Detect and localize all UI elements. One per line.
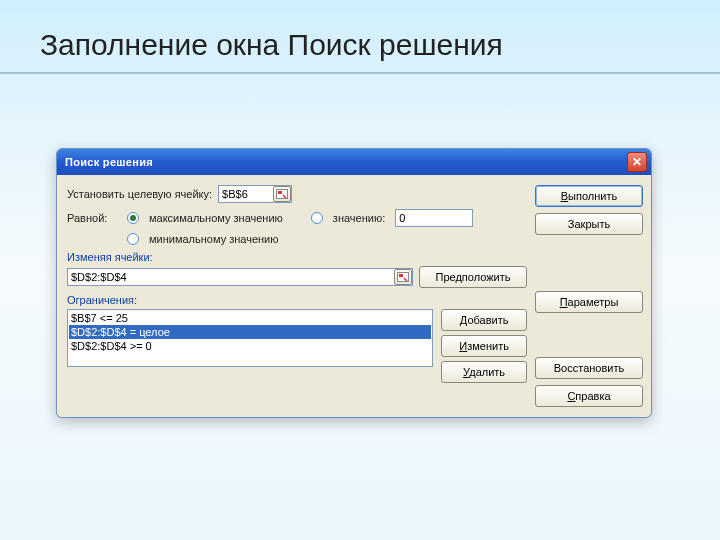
label-value: значению: [333, 212, 385, 224]
slide-title: Заполнение окна Поиск решения [40, 28, 503, 62]
changing-cells-refedit [67, 268, 413, 286]
refedit-collapse-icon[interactable] [394, 269, 412, 285]
close-button[interactable]: Закрыть [535, 213, 643, 235]
change-button[interactable]: Изменить [441, 335, 527, 357]
target-cell-refedit [218, 185, 292, 203]
add-button[interactable]: Добавить [441, 309, 527, 331]
label-target-cell: Установить целевую ячейку: [67, 188, 212, 200]
radio-max[interactable] [127, 212, 139, 224]
help-button[interactable]: Справка [535, 385, 643, 407]
label-max: максимальному значению [149, 212, 283, 224]
svg-rect-1 [278, 191, 282, 194]
refedit-collapse-icon[interactable] [273, 186, 291, 202]
svg-rect-3 [399, 274, 403, 277]
solver-window: Поиск решения ✕ Установить целевую ячейк… [56, 148, 652, 418]
radio-value[interactable] [311, 212, 323, 224]
reset-button[interactable]: Восстановить [535, 357, 643, 379]
titlebar: Поиск решения ✕ [57, 149, 651, 175]
window-title: Поиск решения [65, 156, 153, 168]
solve-button[interactable]: Выполнить [535, 185, 643, 207]
title-underline [0, 72, 720, 74]
guess-button[interactable]: Предположить [419, 266, 527, 288]
delete-button[interactable]: Удалить [441, 361, 527, 383]
label-changing-cells: Изменяя ячейки: [67, 251, 527, 263]
constraints-listbox[interactable]: $B$7 <= 25$D$2:$D$4 = целое$D$2:$D$4 >= … [67, 309, 433, 367]
radio-min[interactable] [127, 233, 139, 245]
options-button[interactable]: Параметры [535, 291, 643, 313]
label-equal-to: Равной: [67, 212, 117, 224]
window-client: Установить целевую ячейку: Равной: макси… [57, 175, 651, 417]
constraint-item[interactable]: $D$2:$D$4 >= 0 [69, 339, 431, 353]
constraint-item[interactable]: $B$7 <= 25 [69, 311, 431, 325]
changing-cells-input[interactable] [67, 268, 413, 286]
close-icon[interactable]: ✕ [627, 152, 647, 172]
value-of-input[interactable] [395, 209, 473, 227]
constraint-item[interactable]: $D$2:$D$4 = целое [69, 325, 431, 339]
label-min: минимальному значению [149, 233, 279, 245]
label-constraints: Ограничения: [67, 294, 527, 306]
